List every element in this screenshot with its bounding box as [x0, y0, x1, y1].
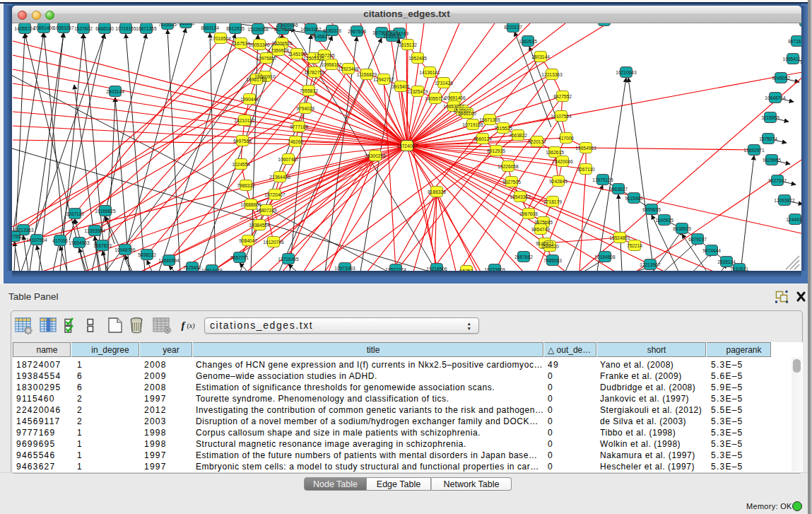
svg-text:10719155: 10719155 [462, 122, 483, 127]
svg-text:20206526: 20206526 [271, 41, 293, 46]
svg-text:17957255: 17957255 [314, 53, 335, 58]
svg-text:6899695: 6899695 [642, 207, 661, 212]
svg-text:19654963: 19654963 [575, 146, 596, 151]
svg-text:10653267: 10653267 [53, 25, 74, 30]
svg-text:15753: 15753 [460, 269, 473, 271]
svg-text:417006: 417006 [52, 238, 68, 243]
svg-text:2935114: 2935114 [717, 259, 736, 264]
svg-text:21364436: 21364436 [269, 175, 290, 180]
svg-text:16210643: 16210643 [616, 70, 637, 75]
svg-text:6497568: 6497568 [233, 139, 252, 144]
svg-text:2803144: 2803144 [106, 89, 124, 94]
svg-text:13975125: 13975125 [592, 177, 613, 182]
svg-text:12213967: 12213967 [640, 262, 661, 267]
svg-text:9777169: 9777169 [290, 124, 308, 129]
svg-text:9327505: 9327505 [273, 27, 292, 32]
svg-text:8912935: 8912935 [487, 148, 505, 153]
svg-text:7632621: 7632621 [730, 267, 748, 271]
svg-text:15226058: 15226058 [247, 27, 269, 32]
svg-text:7986322: 7986322 [237, 183, 255, 188]
svg-text:10973493: 10973493 [334, 266, 355, 271]
svg-text:9084047: 9084047 [239, 238, 257, 243]
svg-text:10688609: 10688609 [240, 202, 261, 207]
svg-text:9242845: 9242845 [549, 179, 567, 184]
svg-text:1588520: 1588520 [541, 244, 559, 249]
svg-text:7663822: 7663822 [509, 133, 527, 138]
svg-text:14210122: 14210122 [234, 118, 255, 123]
svg-text:8186328: 8186328 [323, 28, 341, 33]
svg-text:12640994: 12640994 [158, 258, 180, 263]
svg-text:1024554: 1024554 [232, 162, 250, 167]
svg-text:20053346: 20053346 [249, 42, 270, 47]
svg-text:16543362: 16543362 [510, 194, 531, 199]
svg-text:12213363: 12213363 [541, 72, 563, 77]
svg-text:16782759: 16782759 [304, 70, 325, 75]
svg-text:10607487: 10607487 [278, 157, 299, 162]
svg-text:20691406: 20691406 [33, 25, 54, 30]
svg-text:18724007: 18724007 [396, 144, 418, 148]
svg-text:10654112: 10654112 [783, 57, 801, 62]
svg-text:19384554: 19384554 [249, 223, 270, 228]
svg-text:3215955: 3215955 [761, 115, 779, 120]
svg-text:9227342: 9227342 [768, 178, 787, 183]
svg-text:1731426: 1731426 [435, 81, 453, 86]
svg-text:8427552: 8427552 [553, 94, 572, 99]
svg-text:752214: 752214 [627, 243, 642, 248]
svg-text:9329965: 9329965 [763, 158, 781, 163]
svg-text:8938925: 8938925 [673, 226, 691, 231]
svg-text:14136141: 14136141 [419, 70, 440, 75]
svg-text:2967608: 2967608 [348, 29, 366, 34]
svg-text:9857791: 9857791 [230, 255, 249, 260]
svg-text:6466160: 6466160 [95, 26, 114, 31]
svg-text:2687662: 2687662 [514, 255, 533, 259]
svg-text:7515525: 7515525 [494, 126, 512, 131]
svg-text:2967608: 2967608 [519, 211, 538, 216]
svg-text:9463627: 9463627 [609, 187, 628, 192]
svg-text:2803144: 2803144 [531, 54, 550, 59]
svg-text:12093872: 12093872 [774, 198, 795, 203]
svg-text:8660124: 8660124 [201, 25, 219, 30]
svg-text:16914479: 16914479 [201, 268, 223, 271]
svg-text:10719155: 10719155 [115, 26, 136, 31]
svg-text:3587833: 3587833 [93, 243, 112, 248]
svg-text:1640935: 1640935 [655, 218, 673, 223]
svg-text:3267110: 3267110 [66, 211, 84, 216]
svg-text:10975857: 10975857 [256, 56, 277, 61]
svg-text:12213363: 12213363 [13, 228, 34, 233]
svg-text:1527602: 1527602 [74, 26, 93, 31]
svg-text:19654963: 19654963 [69, 240, 90, 245]
svg-text:17359928: 17359928 [268, 48, 289, 53]
svg-text:18572274: 18572274 [385, 267, 406, 271]
svg-text:23420046: 23420046 [277, 23, 298, 28]
svg-text:3915401: 3915401 [392, 84, 410, 89]
svg-text:9327505: 9327505 [502, 180, 521, 185]
svg-text:18720407: 18720407 [264, 192, 286, 197]
svg-text:7955812: 7955812 [300, 88, 318, 93]
svg-text:6879197: 6879197 [688, 237, 707, 242]
svg-text:16107564: 16107564 [551, 114, 572, 119]
svg-text:1575074: 1575074 [759, 136, 777, 141]
svg-text:23420046: 23420046 [552, 159, 573, 164]
svg-text:9245052: 9245052 [772, 76, 790, 81]
svg-text:1362615: 1362615 [519, 39, 537, 44]
svg-text:16671355: 16671355 [136, 26, 157, 31]
svg-text:16033809: 16033809 [484, 267, 505, 271]
svg-text:8427552: 8427552 [12, 234, 23, 239]
svg-text:19218506: 19218506 [426, 267, 447, 271]
svg-text:8220137: 8220137 [504, 25, 522, 30]
svg-text:7625402: 7625402 [183, 265, 201, 270]
svg-text:13353594: 13353594 [84, 228, 105, 233]
svg-text:16543362: 16543362 [300, 27, 322, 32]
svg-text:16120746: 16120746 [263, 240, 284, 245]
svg-text:8220137: 8220137 [528, 139, 546, 144]
svg-text:14055724: 14055724 [425, 96, 446, 101]
svg-text:1952485: 1952485 [408, 56, 427, 61]
svg-text:19166825: 19166825 [95, 209, 116, 214]
svg-text:f: f [182, 320, 187, 331]
svg-text:6466160: 6466160 [458, 111, 476, 116]
svg-text:16961758: 16961758 [246, 77, 267, 82]
svg-text:1362615: 1362615 [546, 150, 564, 155]
svg-text:18300295: 18300295 [365, 153, 386, 158]
svg-text:16107564: 16107564 [26, 238, 47, 243]
svg-text:1588520: 1588520 [383, 34, 401, 39]
